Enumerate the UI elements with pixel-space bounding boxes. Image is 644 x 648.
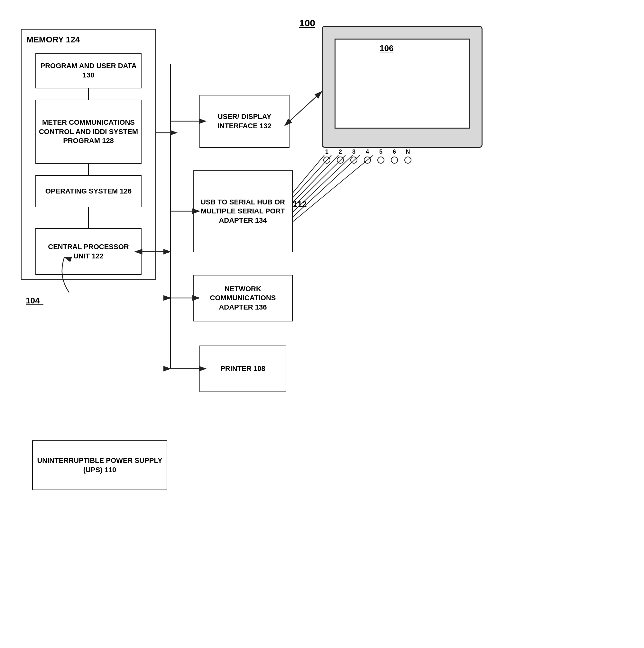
cpu-label: CENTRAL PROCESSOR UNIT 122: [39, 242, 138, 261]
port-n-label: N: [406, 149, 410, 155]
ups-box: UNINTERRUPTIBLE POWER SUPPLY (UPS) 110: [32, 440, 167, 490]
port-3-label: 3: [352, 149, 355, 155]
ports-row: 1 2 3 4 5 6 N: [323, 149, 411, 164]
meter-comm-box: METER COMMUNICATIONS CONTROL AND IDDI SY…: [35, 100, 142, 164]
port-3-circle: [350, 157, 357, 164]
port-6-circle: [391, 157, 398, 164]
cpu-box: CENTRAL PROCESSOR UNIT 122: [35, 228, 142, 275]
operating-system-label: OPERATING SYSTEM 126: [45, 187, 132, 196]
monitor-label: 106: [380, 43, 393, 53]
port-1: 1: [323, 149, 330, 164]
meter-comm-label: METER COMMUNICATIONS CONTROL AND IDDI SY…: [39, 118, 138, 146]
printer-box: PRINTER 108: [199, 345, 286, 392]
port-5-circle: [377, 157, 384, 164]
monitor-screen: [335, 39, 469, 128]
port-1-circle: [323, 157, 330, 164]
svg-line-11: [290, 92, 322, 121]
ups-label: UNINTERRUPTIBLE POWER SUPPLY (UPS) 110: [36, 456, 163, 474]
network-comm-box: NETWORK COMMUNICATIONS ADAPTER 136: [193, 275, 293, 321]
operating-system-box: OPERATING SYSTEM 126: [35, 175, 142, 207]
program-data-box: PROGRAM AND USER DATA 130: [35, 53, 142, 89]
printer-label: PRINTER 108: [220, 364, 265, 374]
port-4-label: 4: [366, 149, 369, 155]
memory-label: MEMORY 124: [27, 35, 80, 45]
program-data-label: PROGRAM AND USER DATA 130: [39, 61, 138, 80]
usb-serial-label: USB TO SERIAL HUB OR MULTIPLE SERIAL POR…: [197, 198, 289, 225]
port-1-label: 1: [325, 149, 329, 155]
system-label: 104: [26, 296, 40, 306]
ports-group-label: 112: [293, 199, 306, 209]
port-6-label: 6: [393, 149, 396, 155]
port-2: 2: [337, 149, 344, 164]
port-2-circle: [337, 157, 344, 164]
diagram-title: 100: [299, 18, 315, 29]
port-3: 3: [350, 149, 357, 164]
port-4: 4: [364, 149, 371, 164]
svg-line-19: [293, 155, 373, 222]
port-5-label: 5: [379, 149, 383, 155]
port-n-circle: [404, 157, 411, 164]
port-4-circle: [364, 157, 371, 164]
port-5: 5: [377, 149, 384, 164]
port-n: N: [404, 149, 411, 164]
port-6: 6: [391, 149, 398, 164]
usb-serial-box: USB TO SERIAL HUB OR MULTIPLE SERIAL POR…: [193, 170, 293, 252]
port-2-label: 2: [339, 149, 342, 155]
network-comm-label: NETWORK COMMUNICATIONS ADAPTER 136: [197, 284, 289, 312]
user-display-label: USER/ DISPLAY INTERFACE 132: [203, 112, 286, 130]
diagram: 100 MEMORY 124 PROGRAM AND USER DATA 130…: [0, 0, 644, 648]
user-display-box: USER/ DISPLAY INTERFACE 132: [199, 95, 290, 148]
svg-line-13: [293, 155, 324, 193]
